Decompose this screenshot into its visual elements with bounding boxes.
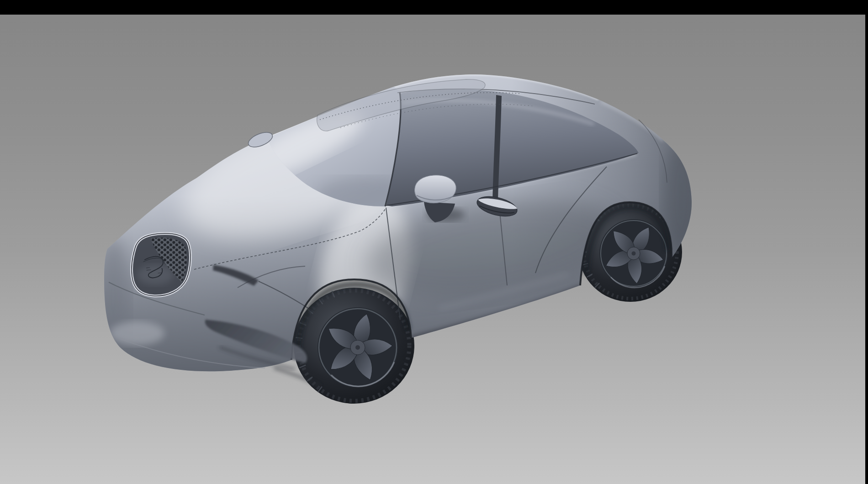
right-black-bar — [865, 0, 868, 484]
front-rim — [318, 307, 398, 388]
front-grille — [132, 233, 191, 296]
rear-rim — [599, 219, 668, 288]
render-viewport[interactable] — [0, 15, 865, 484]
app-window — [0, 0, 868, 484]
car-model[interactable] — [0, 0, 868, 484]
